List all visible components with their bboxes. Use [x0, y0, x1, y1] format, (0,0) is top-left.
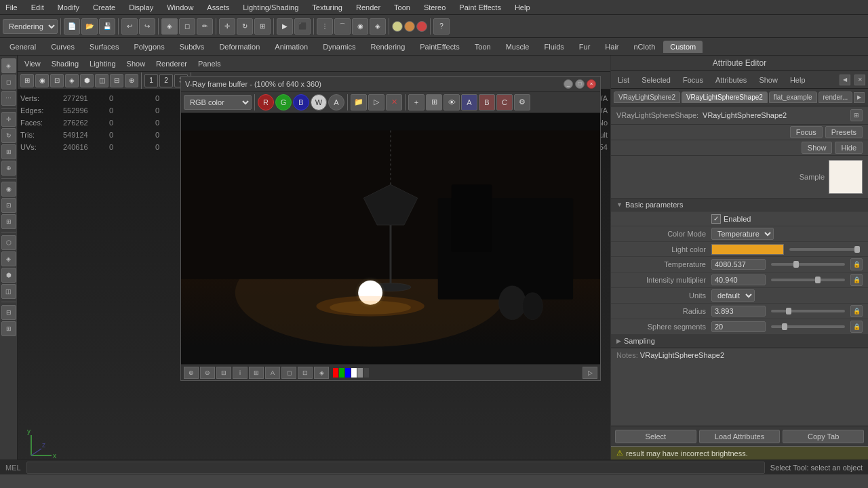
- tool-help[interactable]: ?: [433, 18, 450, 35]
- tool-redo[interactable]: ↪: [139, 18, 155, 35]
- menu-edit[interactable]: Edit: [28, 2, 47, 13]
- left-tool-scale[interactable]: ⊞: [1, 144, 16, 159]
- tool-save[interactable]: 💾: [99, 18, 115, 35]
- left-tool-11[interactable]: ⊞: [1, 214, 16, 229]
- tab-general[interactable]: General: [3, 41, 43, 53]
- tab-ncloth[interactable]: nCloth: [627, 41, 663, 53]
- menu-modify[interactable]: Modify: [55, 2, 82, 13]
- vfb-maximize-btn[interactable]: □: [575, 79, 585, 89]
- color-orange[interactable]: [404, 21, 415, 32]
- intensity-lock[interactable]: 🔒: [850, 274, 863, 286]
- attr-tab-help[interactable]: Help: [786, 75, 810, 85]
- tool-render[interactable]: ▶: [277, 18, 293, 35]
- tab-dynamics[interactable]: Dynamics: [316, 41, 362, 53]
- vfb-lut2-btn[interactable]: B: [479, 94, 495, 110]
- vp-menu-renderer[interactable]: Renderer: [153, 58, 190, 69]
- menu-render[interactable]: Render: [353, 2, 383, 13]
- vfb-zoom-out-btn[interactable]: ⊖: [200, 367, 215, 379]
- vfb-close-x-btn[interactable]: ✕: [386, 94, 402, 110]
- tool-move[interactable]: ✛: [219, 18, 235, 35]
- menu-texturing[interactable]: Texturing: [309, 2, 345, 13]
- node-tab-vray-light-sphere-shape2[interactable]: VRayLightSphereShape2: [682, 92, 768, 103]
- left-tool-universal[interactable]: ⊕: [1, 161, 16, 176]
- tab-rendering[interactable]: Rendering: [364, 41, 412, 53]
- enabled-checkbox[interactable]: ✓ Enabled: [711, 214, 863, 224]
- temperature-lock[interactable]: 🔒: [850, 258, 863, 270]
- light-color-slider[interactable]: [789, 248, 861, 251]
- vfb-eye-btn[interactable]: 👁: [443, 94, 460, 110]
- color-red[interactable]: [416, 21, 427, 32]
- color-yellow[interactable]: [392, 21, 403, 32]
- vp-tool-8[interactable]: ⊕: [125, 74, 138, 87]
- tab-muscle[interactable]: Muscle: [499, 41, 536, 53]
- left-tool-15[interactable]: ◫: [1, 284, 16, 299]
- intensity-slider-thumb[interactable]: [815, 277, 821, 283]
- vfb-save-btn[interactable]: ▷: [368, 94, 384, 110]
- tool-new[interactable]: 📄: [64, 18, 80, 35]
- menu-file[interactable]: File: [3, 2, 20, 13]
- menu-toon[interactable]: Toon: [391, 2, 413, 13]
- attr-tab-selected[interactable]: Selected: [637, 75, 675, 85]
- tab-toon[interactable]: Toon: [468, 41, 498, 53]
- vfb-info-btn[interactable]: i: [233, 367, 248, 379]
- menu-create[interactable]: Create: [90, 2, 118, 13]
- node-tab-vray-light-sphere2[interactable]: VRayLightSphere2: [614, 92, 680, 103]
- vfb-pick-btn[interactable]: ⊞: [426, 94, 442, 110]
- copy-tab-btn[interactable]: Copy Tab: [783, 430, 864, 443]
- tool-scale[interactable]: ⊞: [254, 18, 271, 35]
- color-mode-select[interactable]: Temperature: [711, 228, 774, 240]
- tool-select[interactable]: ◈: [161, 18, 178, 35]
- intensity-input[interactable]: [711, 274, 766, 285]
- node-tabs-arrow[interactable]: ▶: [854, 92, 865, 103]
- vp-tool-4[interactable]: ◈: [65, 74, 79, 87]
- vfb-region-btn[interactable]: ◻: [281, 367, 296, 379]
- tab-subdvs[interactable]: Subdvs: [173, 41, 212, 53]
- attr-panel-close[interactable]: ◀: [840, 75, 850, 85]
- tool-paint[interactable]: ✏: [197, 18, 213, 35]
- vfb-channel-select[interactable]: RGB color: [184, 95, 252, 110]
- left-tool-10[interactable]: ⊡: [1, 198, 16, 213]
- left-tool-16[interactable]: ⊟: [1, 305, 16, 320]
- attr-tab-list[interactable]: List: [614, 75, 633, 85]
- vfb-stereo-btn[interactable]: ◈: [314, 367, 329, 379]
- left-tool-17[interactable]: ⊞: [1, 321, 16, 336]
- focus-btn[interactable]: Focus: [790, 126, 823, 138]
- vfb-image[interactable]: [181, 113, 600, 364]
- vp-tool-6[interactable]: ◫: [95, 74, 108, 87]
- menu-display[interactable]: Display: [126, 2, 156, 13]
- node-tab-flat-example[interactable]: flat_example: [769, 92, 817, 103]
- sample-swatch[interactable]: [829, 160, 863, 194]
- menu-stereo[interactable]: Stereo: [421, 2, 448, 13]
- temperature-input[interactable]: [711, 259, 766, 270]
- attr-tab-attributes[interactable]: Attributes: [711, 75, 751, 85]
- command-input[interactable]: [26, 462, 765, 474]
- vfb-alpha-btn[interactable]: A: [328, 94, 344, 110]
- radius-slider-thumb[interactable]: [786, 308, 791, 314]
- vp-tool-5[interactable]: ⬢: [80, 74, 94, 87]
- renderer-select[interactable]: Rendering: [3, 19, 58, 34]
- vp-tool-2[interactable]: ◉: [35, 74, 49, 87]
- tool-ipr[interactable]: ⬛: [294, 18, 311, 35]
- vfb-white-btn[interactable]: W: [311, 94, 327, 110]
- vfb-lut3-btn[interactable]: C: [496, 94, 513, 110]
- tool-snap-grid[interactable]: ⋮: [317, 18, 333, 35]
- sampling-section[interactable]: ▶ Sampling: [611, 335, 868, 348]
- vfb-red-btn[interactable]: R: [258, 94, 274, 110]
- menu-window[interactable]: Window: [164, 2, 196, 13]
- vfb-stamp-btn[interactable]: ⊞: [249, 367, 264, 379]
- left-tool-move[interactable]: ✛: [1, 112, 16, 127]
- vp-menu-show[interactable]: Show: [124, 58, 149, 69]
- radius-slider[interactable]: [771, 310, 845, 312]
- menu-assets[interactable]: Assets: [204, 2, 232, 13]
- tab-fur[interactable]: Fur: [572, 41, 597, 53]
- vp-menu-view[interactable]: View: [22, 58, 43, 69]
- tab-deformation[interactable]: Deformation: [212, 41, 267, 53]
- vp-quality-2[interactable]: 2: [159, 74, 173, 87]
- radius-lock[interactable]: 🔒: [850, 305, 863, 317]
- vp-menu-lighting[interactable]: Lighting: [87, 58, 119, 69]
- intensity-slider[interactable]: [771, 279, 845, 281]
- vp-menu-panels[interactable]: Panels: [195, 58, 224, 69]
- tab-painteffects[interactable]: PaintEffects: [413, 41, 467, 53]
- left-tool-13[interactable]: ◈: [1, 251, 16, 266]
- temperature-slider[interactable]: [771, 263, 845, 266]
